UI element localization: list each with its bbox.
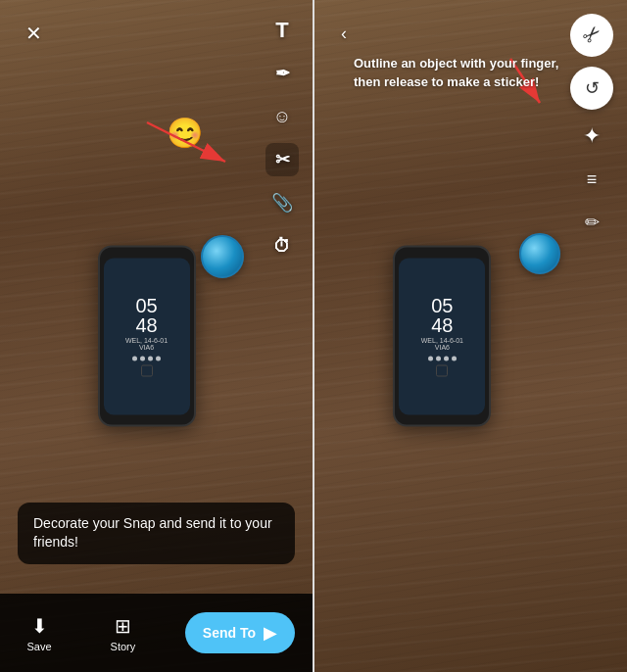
- phone-subtitle-left: WEL, 14-6-01VIA6: [125, 337, 168, 351]
- phone-time-left: 05 48: [135, 296, 157, 335]
- phone-mockup-left: 05 48 WEL, 14-6-01VIA6: [98, 246, 196, 427]
- toolbar-right-panel1: T ✒ ☺ ✂ 📎 ⏱: [265, 14, 299, 263]
- close-icon: ✕: [25, 24, 42, 43]
- close-button[interactable]: ✕: [18, 18, 49, 49]
- pencil-tool-icon-p2: ✏: [585, 212, 600, 233]
- back-button[interactable]: ‹: [330, 20, 358, 47]
- lines-tool-icon: ≡: [587, 169, 598, 190]
- phone-home-btn-right: [436, 365, 448, 377]
- story-label: Story: [111, 641, 136, 652]
- sticker-tool-button[interactable]: ☺: [265, 100, 299, 133]
- blue-cap-left: [201, 235, 244, 278]
- scissors-icon: ✂: [576, 20, 606, 50]
- phone-screen-right: 05 48 WEL, 14-6-01VIA6: [399, 258, 485, 414]
- save-label: Save: [26, 641, 51, 652]
- magic-star-icon: ✦: [583, 123, 601, 149]
- timer-tool-button[interactable]: ⏱: [265, 229, 299, 263]
- phone-mockup-right: 05 48 WEL, 14-6-01VIA6: [393, 246, 491, 427]
- emoji-sticker[interactable]: 😊: [167, 116, 203, 150]
- text-tool-button[interactable]: T: [265, 14, 299, 47]
- phone-screen-left: 05 48 WEL, 14-6-01VIA6: [104, 258, 190, 414]
- story-button[interactable]: ⊞ Story: [101, 614, 144, 652]
- save-icon: ⬇: [31, 614, 48, 638]
- pencil-tool-button[interactable]: ✒: [265, 57, 299, 90]
- bottom-bar: ⬇ Save ⊞ Story Send To ▶: [0, 594, 313, 672]
- phone-subtitle-right: WEL, 14-6-01VIA6: [421, 337, 463, 351]
- save-button[interactable]: ⬇ Save: [18, 614, 61, 652]
- phone-home-btn-left: [141, 365, 153, 377]
- toolbar-right-panel2: ✂ ↺ ✦ ≡ ✏: [570, 14, 613, 239]
- timer-tool-icon: ⏱: [273, 237, 291, 255]
- scissors-circle-button[interactable]: ✂: [570, 14, 613, 57]
- phone-icons-right: [428, 357, 457, 361]
- send-to-label: Send To: [203, 625, 256, 641]
- blue-cap-right: [519, 233, 560, 274]
- panel-right: ‹ ✂ ↺ ✦ ≡ ✏ Outline an object with your …: [314, 0, 627, 672]
- paperclip-tool-button[interactable]: 📎: [265, 186, 299, 219]
- send-to-icon: ▶: [264, 622, 277, 644]
- instruction-text: Outline an object with your finger, then…: [354, 56, 558, 89]
- sticker-tool-icon: ☺: [273, 108, 291, 125]
- instruction-area: Outline an object with your finger, then…: [354, 54, 568, 91]
- scissors-tool-icon: ✂: [275, 151, 290, 168]
- send-to-button[interactable]: Send To ▶: [185, 612, 295, 653]
- story-icon: ⊞: [115, 614, 131, 638]
- transform-tool-button[interactable]: ↺: [570, 67, 613, 110]
- magic-star-button[interactable]: ✦: [575, 120, 608, 153]
- phone-icons-left: [132, 357, 161, 361]
- panel-left: ✕ T ✒ ☺ ✂ 📎 ⏱ 05 48 WEL, 14-6-01VIA6: [0, 0, 313, 672]
- transform-icon: ↺: [585, 77, 600, 99]
- pencil-tool-icon: ✒: [275, 65, 290, 82]
- phone-time-right: 05 48: [431, 296, 453, 335]
- back-icon: ‹: [341, 24, 347, 44]
- scissors-tool-button[interactable]: ✂: [265, 143, 299, 176]
- lines-tool-button[interactable]: ≡: [575, 163, 608, 196]
- snap-tooltip: Decorate your Snap and send it to your f…: [18, 503, 295, 564]
- snap-tooltip-text: Decorate your Snap and send it to your f…: [33, 515, 272, 551]
- pencil-tool-button-p2[interactable]: ✏: [575, 206, 608, 239]
- paperclip-tool-icon: 📎: [271, 194, 293, 212]
- text-tool-icon: T: [275, 20, 288, 41]
